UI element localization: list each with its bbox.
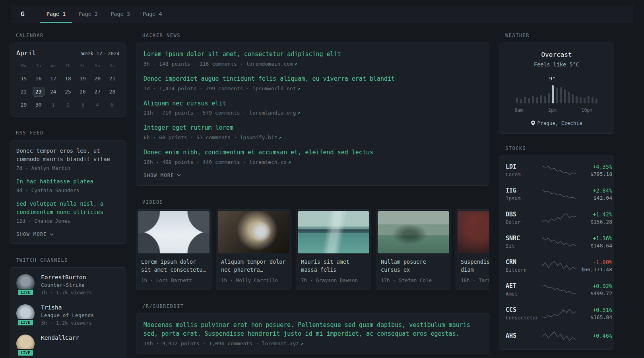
weather-widget: WEATHER Overcast Feels like 5°C 9° 6am 2… [499,33,614,134]
story-title-link[interactable]: Integer eget rutrum lorem [144,124,482,132]
day-header: Mo [16,63,31,68]
channel-info: KendallCarr [41,335,79,341]
video-title: Aliquam tempor dolor nec pharetra… [221,258,286,274]
story-title-link[interactable]: Donec enim nibh, condimentum et accumsan… [144,148,482,157]
calendar-day: 19 [77,74,89,84]
video-meta: 1h · Lori Barnett [141,277,206,283]
stock-price: $148.64 [576,243,612,249]
tab-page-3[interactable]: Page 3 [104,5,136,23]
hackernews-section-title: HACKER NEWS [142,33,489,38]
weather-time-label: 10pm [581,107,592,113]
post-domain-link[interactable]: loremnet.xyz↗ [262,340,303,346]
story-domain: loremlandia.org [249,110,296,116]
post-title-link[interactable]: Maecenas mollis pulvinar erat non posuer… [144,321,482,339]
main-column: HACKER NEWS Lorem ipsum dolor sit amet, … [136,33,489,358]
stock-values: +1.36% $148.64 [576,235,612,249]
live-badge: LIVE [17,349,34,356]
stock-row[interactable]: DBS Dolor +1.42% $156.28 [506,206,607,230]
stock-row[interactable]: CRN Bitcorn -1.00% $66,171.48 [506,254,607,278]
chevron-down-icon [50,233,54,235]
tab-page-2[interactable]: Page 2 [72,5,104,23]
stock-row[interactable]: AET Amet +0.92% $499.72 [506,278,607,302]
stock-id: AHS [506,332,542,340]
stock-row[interactable]: IIG Ipsum +2.84% $42.04 [506,182,607,206]
stock-sparkline [542,284,576,296]
stock-name: Amet [506,291,542,297]
external-link-icon: ↗ [279,134,282,140]
video-card[interactable]: Aliquam tempor dolor nec pharetra… 1h · … [216,209,291,290]
hackernews-show-more-button[interactable]: SHOW MORE [144,172,181,178]
calendar-day: 21 [106,74,118,84]
video-card[interactable]: Suspendisse interdum diam 18h · Tara [456,209,489,290]
calendar-day: 20 [91,74,103,84]
rss-show-more-button[interactable]: SHOW MORE [16,231,54,237]
rss-item-link[interactable]: Donec tempor eros leo, ut commodo mauris… [16,147,120,163]
post-domain: loremnet.xyz [262,340,299,346]
stock-sparkline [542,307,576,319]
rss-item: In hac habitasse platea 8d · Cynthia Sau… [16,177,120,193]
stock-row[interactable]: SNRC Sit +1.36% $148.64 [506,230,607,254]
stock-symbol: IIG [506,187,542,194]
stock-name: Ipsum [506,195,542,201]
stock-sparkline [542,330,576,342]
video-meta: 17h · Stefan Cole [381,277,446,283]
hackernews-widget: HACKER NEWS Lorem ipsum dolor sit amet, … [136,33,489,186]
calendar-month: April [16,49,36,57]
app-logo[interactable]: G [15,5,32,23]
story-stats: 16h · 468 points · 440 comments · [144,159,249,165]
story-item: Lorem ipsum dolor sit amet, consectetur … [144,50,482,67]
stock-row[interactable]: CCS Consectetur +0.51% $165.84 [506,302,607,325]
calendar-separator: · [103,51,107,56]
story-title-link[interactable]: Aliquam nec cursus elit [144,99,482,108]
story-title-link[interactable]: Lorem ipsum dolor sit amet, consectetur … [144,50,482,59]
calendar-year: 2024 [108,51,120,56]
stock-sparkline [542,260,576,272]
video-card-body: Aliquam tempor dolor nec pharetra… 1h · … [218,253,289,288]
story-domain-link[interactable]: loremdomain.com↗ [246,61,297,67]
stock-values: +4.35% $795.18 [576,163,612,177]
day-header: We [46,63,60,68]
calendar-day: 17 [47,74,59,84]
weather-time-label: 6am [514,107,523,113]
story-domain-link[interactable]: ipsumify.biz↗ [240,134,282,140]
twitch-channel-row[interactable]: LIVE ForrestBurton Counter-Strike 1h · 1… [16,274,120,296]
calendar-day: 25 [62,87,74,97]
video-title: Lorem ipsum dolor sit amet consectetu… [141,258,206,274]
video-thumbnail [458,211,489,253]
video-card[interactable]: Lorem ipsum dolor sit amet consectetu… 1… [136,209,211,290]
story-domain-link[interactable]: loremlandia.org↗ [249,110,300,116]
channel-name: ForrestBurton [41,274,92,280]
story-title-link[interactable]: Donec imperdiet augue tincidunt felis al… [144,75,482,84]
weather-location: Prague, Czechia [537,120,582,126]
external-link-icon: ↗ [297,110,301,116]
video-card[interactable]: Mauris sit amet massa felis 7h · Grayson… [296,209,371,290]
stocks-widget: STOCKS LDI Lorem +4.35% $795.18 IIG [499,146,614,350]
video-card[interactable]: Nullam posuere cursus ex 17h · Stefan Co… [376,209,451,290]
story-domain-link[interactable]: ipsumworld.net↗ [252,86,300,91]
twitch-channel-row[interactable]: LIVE KendallCarr [16,335,120,353]
tab-page-1[interactable]: Page 1 [40,5,72,23]
twitch-channel-row[interactable]: LIVE Trisha League of Legends 3h · 1.2k … [16,304,120,326]
story-item: Donec imperdiet augue tincidunt felis al… [144,75,482,91]
calendar-section-title: CALENDAR [16,33,126,38]
calendar-day: 28 [106,87,118,97]
story-domain-link[interactable]: loremtech.co↗ [249,159,291,165]
stock-price: $42.04 [576,195,612,201]
calendar-day: 22 [18,87,30,97]
video-title: Mauris sit amet massa felis [301,258,366,274]
weather-location-row: Prague, Czechia [506,120,607,126]
rss-item-link[interactable]: Sed volutpat nulla nisl, a condimentum n… [16,200,120,216]
stock-values: +0.46% [576,333,612,340]
story-meta: 1d · 1,414 points · 299 comments · ipsum… [144,86,482,91]
twitch-widget: TWITCH CHANNELS LIVE ForrestBurton Count… [10,257,126,358]
stock-id: SNRC Sit [506,235,542,249]
story-stats: 1d · 1,414 points · 299 comments · [144,86,252,91]
calendar-day: 26 [77,87,89,97]
channel-game: League of Legends [41,312,94,318]
stock-sparkline [542,188,576,200]
stock-row[interactable]: AHS +0.46% [506,325,607,347]
tab-page-4[interactable]: Page 4 [136,5,169,23]
right-column: WEATHER Overcast Feels like 5°C 9° 6am 2… [499,33,614,358]
stock-row[interactable]: LDI Lorem +4.35% $795.18 [506,158,607,182]
rss-item-link[interactable]: In hac habitasse platea [16,177,120,186]
